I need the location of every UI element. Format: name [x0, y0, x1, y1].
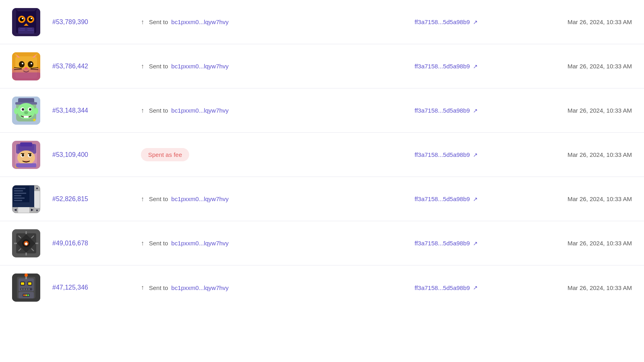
- svg-rect-12: [20, 28, 25, 29]
- table-row: ▲ ▼ ◀ ▶ #52,826,815 ↑ Sent to bc1pxxm0..…: [0, 177, 644, 221]
- external-link-icon[interactable]: ↗: [473, 240, 478, 247]
- svg-rect-95: [23, 288, 25, 290]
- address-link[interactable]: bc1pxxm0...lqyw7hvy: [171, 284, 229, 291]
- tx-hash-link[interactable]: ff3a7158...5d5a98b9: [415, 195, 470, 202]
- tx-hash-link[interactable]: ff3a7158...5d5a98b9: [415, 107, 470, 114]
- scroll-up-button[interactable]: ▲: [34, 185, 40, 191]
- external-link-icon[interactable]: ↗: [473, 19, 478, 25]
- table-row: #47,125,346 ↑ Sent to bc1pxxm0...lqyw7hv…: [0, 265, 644, 310]
- avatar: [12, 8, 40, 36]
- avatar: ◆: [12, 229, 40, 257]
- block-number-link[interactable]: #53,786,442: [52, 63, 88, 70]
- tx-hash-col: ff3a7158...5d5a98b9 ↗: [415, 284, 527, 291]
- sent-arrow-icon: ↑: [141, 195, 144, 203]
- block-number-link[interactable]: #53,148,344: [52, 107, 88, 114]
- external-link-icon[interactable]: ↗: [473, 284, 478, 291]
- sent-to-label: Sent to: [149, 240, 168, 247]
- svg-point-100: [23, 294, 25, 296]
- sent-to-label: Sent to: [149, 107, 168, 114]
- svg-rect-44: [26, 116, 29, 118]
- scroll-down-button[interactable]: ▼: [34, 208, 40, 213]
- tx-hash-link[interactable]: ff3a7158...5d5a98b9: [415, 19, 470, 25]
- action-col: ↑ Sent to bc1pxxm0...lqyw7hvy: [141, 284, 415, 291]
- action-col: ↑ Sent to bc1pxxm0...lqyw7hvy: [141, 240, 415, 247]
- address-link[interactable]: bc1pxxm0...lqyw7hvy: [171, 63, 229, 70]
- svg-line-32: [31, 69, 38, 70]
- svg-point-46: [34, 108, 38, 114]
- svg-point-21: [31, 63, 32, 64]
- svg-rect-59: [20, 142, 32, 146]
- date-col: Mar 26, 2024, 10:33 AM: [527, 151, 632, 158]
- svg-point-6: [22, 18, 23, 19]
- scroll-left-button[interactable]: ◀: [12, 207, 18, 213]
- scrollbar-horizontal[interactable]: ◀ ▶: [12, 207, 35, 213]
- scrollbar-vertical[interactable]: ▲ ▼: [34, 185, 40, 213]
- block-number-col: #53,786,442: [52, 63, 141, 70]
- block-number-link[interactable]: #53,109,400: [52, 151, 88, 158]
- svg-rect-28: [12, 72, 40, 80]
- sent-arrow-icon: ↑: [141, 107, 144, 114]
- table-row: #53,789,390 ↑ Sent to bc1pxxm0...lqyw7hv…: [0, 0, 644, 44]
- svg-rect-43: [24, 116, 26, 118]
- address-link[interactable]: bc1pxxm0...lqyw7hvy: [171, 195, 229, 202]
- date-col: Mar 26, 2024, 10:33 AM: [527, 240, 632, 247]
- svg-point-51: [17, 150, 35, 165]
- svg-rect-64: [14, 188, 25, 189]
- avatar-col: ★: [12, 97, 52, 125]
- action-col: ↑ Sent to bc1pxxm0...lqyw7hvy: [141, 107, 415, 114]
- address-link[interactable]: bc1pxxm0...lqyw7hvy: [171, 107, 229, 114]
- svg-text:◆: ◆: [24, 241, 28, 246]
- svg-text:★: ★: [32, 117, 37, 123]
- avatar: ★: [12, 141, 40, 169]
- block-number-col: #47,125,346: [52, 284, 141, 291]
- block-number-col: #53,148,344: [52, 107, 141, 114]
- avatar: ▲ ▼ ◀ ▶: [12, 185, 40, 213]
- sent-to-label: Sent to: [149, 195, 168, 202]
- svg-point-5: [29, 17, 33, 21]
- external-link-icon[interactable]: ↗: [473, 63, 478, 70]
- svg-rect-96: [26, 288, 27, 290]
- action-col: ↑ Sent to bc1pxxm0...lqyw7hvy: [141, 195, 415, 203]
- avatar-col: ▲ ▼ ◀ ▶: [12, 185, 52, 213]
- tx-hash-link[interactable]: ff3a7158...5d5a98b9: [415, 63, 470, 70]
- address-link[interactable]: bc1pxxm0...lqyw7hvy: [171, 19, 229, 25]
- svg-point-42: [24, 111, 28, 114]
- sent-arrow-icon: ↑: [141, 284, 144, 291]
- block-number-col: #53,789,390: [52, 19, 141, 26]
- svg-point-55: [29, 154, 31, 156]
- tx-hash-col: ff3a7158...5d5a98b9 ↗: [415, 240, 527, 247]
- svg-rect-97: [28, 288, 30, 290]
- block-number-link[interactable]: #49,016,678: [52, 240, 88, 247]
- svg-point-41: [29, 108, 31, 111]
- svg-point-20: [22, 63, 23, 64]
- tx-hash-col: ff3a7158...5d5a98b9 ↗: [415, 19, 527, 25]
- external-link-icon[interactable]: ↗: [473, 152, 478, 158]
- external-link-icon[interactable]: ↗: [473, 196, 478, 202]
- date-value: Mar 26, 2024, 10:33 AM: [568, 63, 632, 70]
- date-col: Mar 26, 2024, 10:33 AM: [527, 19, 632, 25]
- address-link[interactable]: bc1pxxm0...lqyw7hvy: [171, 240, 229, 247]
- svg-point-4: [20, 17, 24, 21]
- tx-hash-link[interactable]: ff3a7158...5d5a98b9: [415, 151, 470, 158]
- date-col: Mar 26, 2024, 10:33 AM: [527, 195, 632, 202]
- table-row: ★ #53,148,344 ↑ Sent to bc1pxxm0...lqyw7…: [0, 88, 644, 133]
- avatar-col: [12, 274, 52, 302]
- table-row: #53,786,442 ↑ Sent to bc1pxxm0...lqyw7hv…: [0, 44, 644, 88]
- svg-rect-90: [28, 282, 31, 285]
- table-row: ★ #53,109,400 Spent as fee ff3a7158...5d…: [0, 133, 644, 177]
- date-col: Mar 26, 2024, 10:33 AM: [527, 107, 632, 114]
- svg-point-92: [25, 274, 28, 277]
- tx-hash-col: ff3a7158...5d5a98b9 ↗: [415, 195, 527, 202]
- block-number-link[interactable]: #52,826,815: [52, 195, 88, 202]
- scroll-right-button[interactable]: ▶: [29, 207, 35, 213]
- tx-hash-link[interactable]: ff3a7158...5d5a98b9: [415, 240, 470, 247]
- svg-rect-94: [21, 288, 23, 290]
- external-link-icon[interactable]: ↗: [473, 107, 478, 114]
- tx-hash-col: ff3a7158...5d5a98b9 ↗: [415, 151, 527, 158]
- date-value: Mar 26, 2024, 10:33 AM: [568, 195, 632, 202]
- svg-rect-89: [21, 282, 24, 285]
- tx-hash-link[interactable]: ff3a7158...5d5a98b9: [415, 284, 470, 291]
- block-number-link[interactable]: #53,789,390: [52, 19, 88, 25]
- block-number-link[interactable]: #47,125,346: [52, 284, 88, 291]
- date-col: Mar 26, 2024, 10:33 AM: [527, 63, 632, 70]
